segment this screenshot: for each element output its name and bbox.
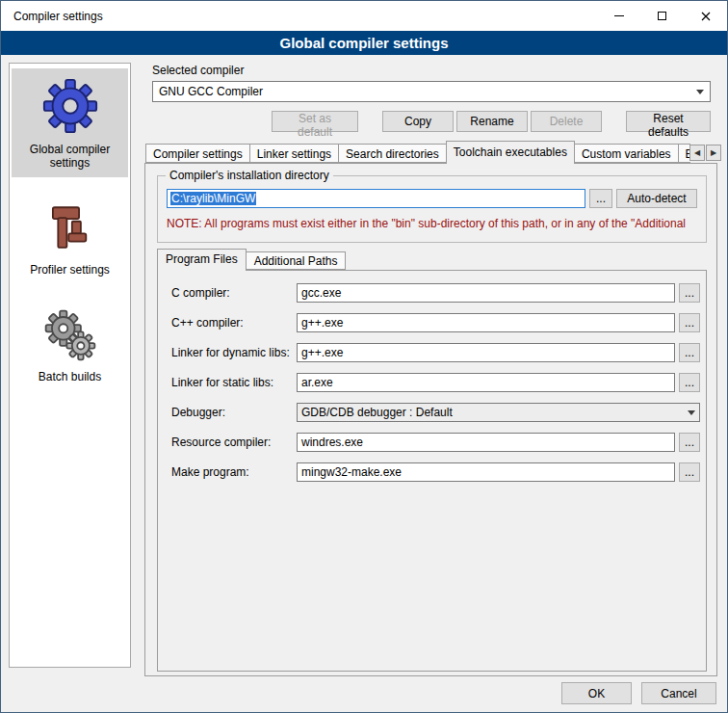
main-content: Selected compiler GNU GCC Compiler Set a… [141,61,721,685]
dynamic-linker-browse-button[interactable]: ... [679,343,700,362]
field-row: Linker for dynamic libs: g++.exe ... [171,343,700,362]
field-value: mingw32-make.exe [301,465,402,479]
tab-scroll-right-button[interactable]: ▶ [706,145,721,161]
rename-button[interactable]: Rename [456,111,528,132]
dynamic-linker-label: Linker for dynamic libs: [171,346,297,359]
static-linker-label: Linker for static libs: [171,376,297,389]
sidebar-item-label: Batch builds [39,370,101,383]
c-compiler-input[interactable]: gcc.exe [297,283,675,303]
subtab-additional-paths[interactable]: Additional Paths [246,251,347,270]
cpp-compiler-browse-button[interactable]: ... [679,313,700,332]
field-value: ar.exe [301,376,333,389]
arrow-right-icon: ▶ [711,149,716,157]
sidebar-item-label: Profiler settings [30,263,110,277]
field-row: Debugger: GDB/CDB debugger : Default [171,403,700,422]
install-dir-row: C:\raylib\MinGW ... Auto-detect [167,189,697,208]
cpp-compiler-label: C++ compiler: [171,316,297,330]
delete-button: Delete [531,111,602,132]
cancel-button[interactable]: Cancel [641,682,716,704]
group-title: Compiler's installation directory [166,169,333,182]
make-program-input[interactable]: mingw32-make.exe [297,462,675,482]
minimize-icon [614,15,624,16]
tab-toolchain-executables[interactable]: Toolchain executables [446,141,575,164]
selected-text: C:\raylib\MinGW [170,192,256,205]
field-row: Resource compiler: windres.exe ... [171,433,700,452]
tab-build-clipped[interactable]: Buil [678,144,690,163]
resource-compiler-label: Resource compiler: [171,436,297,449]
tab-linker-settings[interactable]: Linker settings [249,144,339,163]
window-title: Compiler settings [1,10,103,23]
field-value: g++.exe [301,316,343,330]
static-linker-input[interactable]: ar.exe [297,373,675,392]
compiler-select[interactable]: GNU GCC Compiler [152,81,711,102]
sidebar-item-label: Global compiler settings [30,143,110,170]
sidebar-item-batch-builds[interactable]: Batch builds [12,300,128,391]
note-text: NOTE: All programs must exist either in … [167,217,704,230]
tab-scroll-arrows: ◀ ▶ [689,145,721,161]
field-row: C++ compiler: g++.exe ... [171,313,700,332]
tab-compiler-settings[interactable]: Compiler settings [145,144,250,163]
tab-search-directories[interactable]: Search directories [338,144,447,163]
field-value: g++.exe [301,346,343,359]
window-controls [597,1,727,31]
profiler-tool-icon [42,200,98,256]
debugger-select[interactable]: GDB/CDB debugger : Default [297,403,700,422]
field-value: gcc.exe [301,286,341,300]
ok-button[interactable]: OK [561,682,632,704]
field-row: C compiler: gcc.exe ... [171,283,700,303]
cpp-compiler-input[interactable]: g++.exe [297,313,675,332]
copy-button[interactable]: Copy [382,111,454,132]
tab-scroll-left-button[interactable]: ◀ [689,145,705,161]
close-icon [701,12,711,21]
arrow-left-icon: ◀ [694,149,700,157]
sidebar-item-profiler-settings[interactable]: Profiler settings [12,193,128,284]
c-compiler-label: C compiler: [171,286,297,300]
maximize-button[interactable] [640,1,684,31]
make-program-label: Make program: [171,465,297,479]
gears-gray-icon [42,307,98,363]
program-files-panel: C compiler: gcc.exe ... C++ compiler: g+… [157,270,707,672]
gear-blue-icon [40,76,100,136]
set-as-default-button: Set as default [272,111,358,132]
dialog-footer: OK Cancel [561,682,716,704]
selected-compiler-label: Selected compiler [152,64,244,77]
title-bar: Compiler settings [1,1,727,31]
compiler-buttons-row: Set as default Copy Rename Delete Reset … [152,111,711,132]
resource-compiler-input[interactable]: windres.exe [297,433,675,452]
chevron-down-icon [688,410,695,415]
maximize-icon [658,12,666,20]
dialog-header: Global compiler settings [1,31,727,55]
minimize-button[interactable] [597,1,640,31]
static-linker-browse-button[interactable]: ... [679,373,700,392]
toolchain-executables-panel: Compiler's installation directory C:\ray… [144,163,717,676]
c-compiler-browse-button[interactable]: ... [679,283,700,303]
subtab-program-files[interactable]: Program Files [157,249,247,271]
chevron-down-icon [696,90,704,94]
compiler-select-value: GNU GCC Compiler [159,85,263,98]
resource-compiler-browse-button[interactable]: ... [679,433,700,452]
tab-custom-variables[interactable]: Custom variables [574,144,679,163]
compiler-settings-window: Compiler settings Global compiler settin… [0,0,728,713]
sidebar-item-global-compiler-settings[interactable]: Global compiler settings [12,68,128,177]
field-row: Make program: mingw32-make.exe ... [171,462,700,482]
install-dir-input[interactable]: C:\raylib\MinGW [167,189,585,208]
make-program-browse-button[interactable]: ... [679,462,700,482]
debugger-label: Debugger: [171,406,297,419]
debugger-select-value: GDB/CDB debugger : Default [301,406,453,419]
installation-directory-group: Compiler's installation directory C:\ray… [157,175,707,243]
field-value: windres.exe [301,436,363,449]
install-dir-browse-button[interactable]: ... [589,189,612,208]
sidebar: Global compiler settings Profiler settin… [9,63,131,668]
subtab-strip: Program Files Additional Paths [157,249,345,271]
field-row: Linker for static libs: ar.exe ... [171,373,700,392]
auto-detect-button[interactable]: Auto-detect [616,189,697,208]
tabs-clip: Compiler settings Linker settings Search… [145,141,690,164]
close-button[interactable] [684,1,727,31]
tab-strip: Compiler settings Linker settings Search… [145,141,721,164]
dynamic-linker-input[interactable]: g++.exe [297,343,675,362]
reset-defaults-button[interactable]: Reset defaults [626,111,711,132]
